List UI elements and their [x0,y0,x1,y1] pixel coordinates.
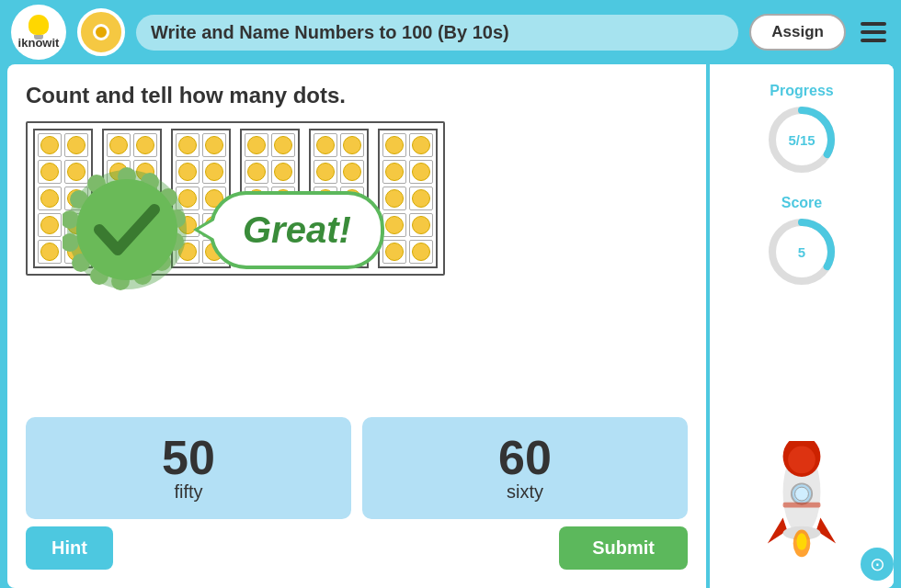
dot-cell [409,240,433,264]
dot [136,136,154,154]
dot-cell [38,213,62,237]
rocket-container [760,298,843,570]
dot-cell [271,133,295,157]
score-label: Score [781,195,822,211]
dot [67,136,86,154]
logo-bulb-icon [29,15,49,35]
dot-cell [409,213,433,237]
answer-word-sixty: sixty [507,481,543,503]
correct-badge [63,165,191,294]
svg-point-25 [796,533,806,550]
menu-icon-line3 [861,39,886,42]
dot-cell [245,133,268,157]
logo: iknowit [11,5,66,60]
score-section: Score 5 [765,195,838,288]
score-circle: 5 [765,215,838,288]
dot [40,243,59,261]
dot [412,216,430,234]
dot-cell [133,133,157,157]
submit-button[interactable]: Submit [559,526,688,570]
dot-cell [382,160,406,184]
dot-cell [202,133,226,157]
answer-card-50[interactable]: 50 fifty [26,417,351,519]
lesson-title: Write and Name Numbers to 100 (By 10s) [136,15,738,51]
dot-cell [38,160,62,184]
left-panel: Count and tell how many dots. [7,64,706,588]
svg-rect-26 [783,503,821,508]
dot-cell [38,240,62,264]
dot [385,136,404,154]
feedback-overlay: Great! [63,165,384,294]
dot [247,136,266,154]
dot [412,136,430,154]
menu-icon-line2 [861,30,886,34]
nav-arrow-icon: ⊙ [870,553,885,575]
badge-background [63,165,191,294]
dot-cell [382,213,406,237]
answer-word-fifty: fifty [174,481,202,503]
dot-cell [340,133,364,157]
svg-point-20 [795,487,809,501]
dot-cell [38,133,62,157]
dot-cell [382,133,406,157]
dot [316,136,335,154]
dot [178,136,197,154]
answer-card-60[interactable]: 60 sixty [362,417,688,519]
progress-circle: 5/15 [765,103,838,176]
dot-cell [38,187,62,210]
dot-cell [409,133,433,157]
score-value: 5 [798,244,805,260]
dot-cell [409,187,433,210]
progress-label: Progress [770,83,833,99]
progress-section: Progress 5/15 [765,83,838,176]
answer-number-60: 60 [498,434,552,481]
lesson-icon [77,8,125,56]
nav-arrow[interactable]: ⊙ [861,548,894,581]
answer-row: 50 fifty 60 sixty [26,417,688,519]
main-content: Count and tell how many dots. [7,64,894,588]
svg-point-15 [76,179,177,280]
dot [412,163,430,181]
lesson-icon-inner [93,24,109,40]
dot [385,163,404,181]
dot [274,136,292,154]
dot [109,136,128,154]
dot-cell [382,240,406,264]
svg-marker-21 [768,518,787,544]
dot-cell [107,133,131,157]
hint-button[interactable]: Hint [26,526,113,570]
dot [40,136,59,154]
menu-button[interactable] [857,18,890,46]
dot [40,189,59,208]
great-text: Great! [243,209,351,250]
dot-cell [176,133,200,157]
rocket-icon [760,441,843,560]
great-bubble: Great! [210,191,384,269]
dot [385,243,404,261]
top-bar: iknowit Write and Name Numbers to 100 (B… [0,0,901,64]
assign-button[interactable]: Assign [749,14,846,51]
right-panel: Progress 5/15 Score 5 [710,64,894,588]
bottom-buttons: Hint Submit [26,526,688,573]
svg-point-18 [788,447,815,474]
dot [343,136,361,154]
menu-icon-line1 [861,22,886,26]
dot [40,163,59,181]
dot [385,189,404,208]
dot-cell [382,187,406,210]
dot [412,189,430,208]
dot-cell [64,133,88,157]
question-text: Count and tell how many dots. [26,83,688,108]
progress-value: 5/15 [788,132,815,148]
dot [412,243,430,261]
dot [385,216,404,234]
ten-frame-6 [378,129,438,268]
answer-number-50: 50 [162,434,215,481]
dot [40,216,59,234]
dot-cell [409,160,433,184]
dot-cell [314,133,337,157]
svg-marker-22 [816,518,836,544]
dot [205,136,223,154]
